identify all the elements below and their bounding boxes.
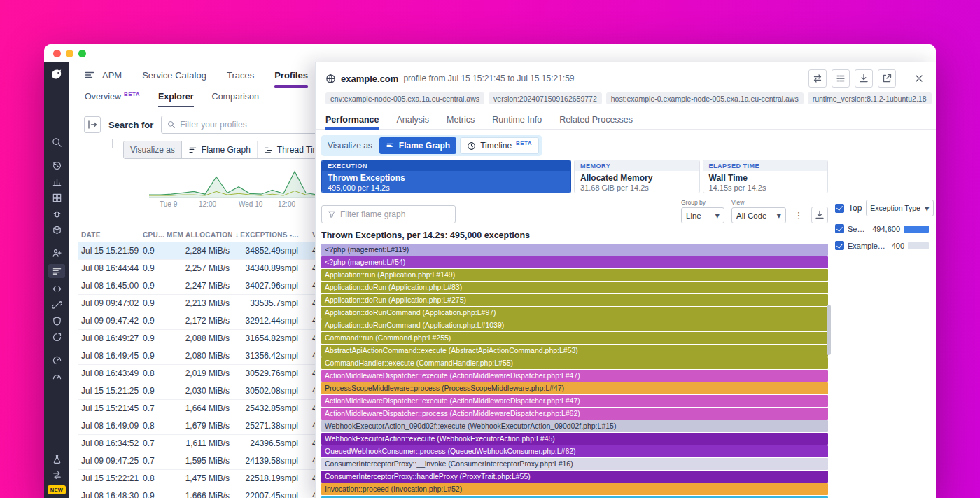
panel-tab-analysis[interactable]: Analysis — [396, 110, 429, 130]
panel-tab-performance[interactable]: Performance — [326, 110, 379, 130]
tag-pill[interactable]: env:example-node-005.exa.1a.eu-central.a… — [326, 92, 484, 104]
panel-actions — [808, 69, 926, 88]
column-header[interactable]: CPU... — [140, 231, 164, 239]
metric-card-elapsed-time[interactable]: ELAPSED TIME Wall Time 14.15s per 14.2s — [703, 160, 829, 193]
flame-frame[interactable]: ProcessScopeMiddleware::process (Process… — [321, 382, 828, 394]
column-header[interactable]: DATE — [78, 231, 140, 239]
flame-frame[interactable]: Application::doRunCommand (Application.p… — [321, 307, 828, 319]
flame-frame[interactable]: ConsumerInterceptorProxy::handleProxy (P… — [321, 471, 828, 483]
sidebar-item-security[interactable] — [48, 316, 65, 326]
close-window-button[interactable] — [53, 50, 61, 57]
visualize-option-flame-graph[interactable]: Flame Graph — [182, 141, 258, 158]
flame-frame[interactable]: Application::doRun (Application.php:L#83… — [321, 282, 828, 293]
panel-tab-related-processes[interactable]: Related Processes — [559, 110, 633, 130]
zoom-window-button[interactable] — [78, 50, 86, 57]
metric-card-memory[interactable]: MEMORY Allocated Memory 31.68 GiB per 14… — [574, 160, 700, 193]
topnav-item-traces[interactable]: Traces — [227, 62, 254, 88]
flame-frame[interactable]: <?php (magement:L#119) — [321, 244, 828, 256]
column-header[interactable]: ↓EXCEPTIONS -... — [232, 231, 301, 239]
flame-frame[interactable]: ActionMiddlewareDispatcher::execute (Act… — [321, 395, 828, 407]
cell: 2,284 MiB/s — [164, 246, 232, 256]
flame-frame[interactable]: Application::doRunCommand (Application.p… — [321, 319, 828, 331]
sidebar-item-profiles[interactable] — [48, 264, 65, 278]
tag-pill[interactable]: runtime_version:8.1.2-1ubuntu2.18 — [808, 92, 932, 104]
panel-tab-metrics[interactable]: Metrics — [447, 110, 475, 130]
tag-pill[interactable]: version:2024071509162659772 — [489, 92, 602, 104]
flame-frame[interactable]: Application::doRun (Application.php:L#27… — [321, 294, 828, 306]
sidebar-item-integrations[interactable] — [48, 300, 65, 310]
cell: 2,247 MiB/s — [164, 281, 232, 291]
tag-pill[interactable]: host:example-0.example-node-005.exa.1a.e… — [606, 92, 804, 104]
cell: 2,257 MiB/s — [164, 263, 232, 273]
flame-filter-input[interactable] — [321, 205, 456, 223]
sidebar-item-ci-cd[interactable] — [48, 332, 65, 343]
topnav-item-service-catalog[interactable]: Service Catalog — [142, 62, 206, 88]
breakdown-type-select[interactable]: Exception Type ▾ — [866, 200, 933, 216]
flame-frame[interactable]: QueuedWebhookConsumer::process (QueuedWe… — [321, 445, 828, 457]
scrollbar-thumb[interactable] — [827, 305, 831, 355]
view-select[interactable]: All Code ▾ — [732, 207, 786, 223]
flame-toolbar: Group by Line ▾ View All Code ▾ — [321, 199, 828, 223]
sidebar-item-infrastructure[interactable] — [48, 225, 65, 235]
sidebar-item-apm[interactable] — [48, 209, 65, 219]
sidebar-item-dashboards[interactable] — [48, 193, 65, 203]
flame-frame[interactable]: Command::run (Command.php:L#255) — [321, 332, 828, 344]
toggle-side-panel-button[interactable] — [84, 116, 101, 133]
cell: 30502.08smpl — [232, 386, 301, 396]
sidebar-item-search[interactable] — [48, 137, 65, 148]
close-panel-button[interactable] — [912, 71, 926, 85]
flame-frame[interactable]: Invocation::proceed (Invocation.php:L#52… — [321, 483, 828, 495]
panel-body: Visualize as Flame Graph Timeline BETA — [316, 130, 936, 498]
cell: 34852.49smpl — [232, 246, 301, 256]
apm-product-icon[interactable] — [84, 69, 95, 81]
flame-graph-button[interactable]: Flame Graph — [379, 137, 456, 154]
metric-card-execution[interactable]: EXECUTION Thrown Exceptions 495,000 per … — [321, 160, 571, 193]
beta-badge: BETA — [124, 91, 140, 97]
subtab-comparison[interactable]: Comparison — [212, 88, 259, 106]
flame-frame[interactable]: WebhookExecutorAction::execute (WebhookE… — [321, 433, 828, 445]
sidebar-item-data-streams[interactable] — [48, 470, 65, 480]
sidebar-item-rum[interactable] — [48, 371, 65, 382]
open-in-new-tab-button[interactable] — [878, 69, 896, 88]
flame-frame[interactable]: ActionMiddlewareDispatcher::execute (Act… — [321, 370, 828, 382]
flame-frame[interactable]: Application::run (Application.php:L#149) — [321, 269, 828, 281]
sidebar-item-code-analysis[interactable] — [48, 284, 65, 294]
sidebar-item-service-management[interactable] — [48, 248, 65, 258]
flame-frame[interactable]: WebhookExecutorAction_090d02f::execute (… — [321, 420, 828, 432]
profile-search-input[interactable] — [161, 116, 329, 134]
subtab-overview[interactable]: OverviewBETA — [85, 88, 140, 106]
cell: Jul 08 16:48:30 — [78, 491, 140, 498]
minimize-window-button[interactable] — [66, 50, 74, 57]
legend-item[interactable]: Sebasti...494,600 — [835, 224, 929, 233]
sidebar-item-watchdog[interactable] — [48, 160, 65, 171]
flame-filter-field[interactable] — [340, 209, 449, 219]
legend-item[interactable]: ExampleWa...400 — [835, 241, 929, 250]
flame-frame[interactable]: ConsumerInterceptorProxy::__invoke (Cons… — [321, 458, 828, 470]
cell: 1,611 MiB/s — [164, 438, 232, 448]
more-options-button[interactable]: ⋮ — [793, 207, 804, 223]
legend-checkbox[interactable] — [835, 224, 844, 233]
sidebar-item-labs[interactable] — [48, 454, 65, 464]
export-flame-graph-button[interactable] — [811, 207, 828, 223]
legend-checkbox[interactable] — [835, 241, 844, 250]
topnav-item-apm[interactable]: APM — [102, 62, 122, 88]
x-axis-label: Tue 9 — [160, 200, 177, 208]
subtab-explorer[interactable]: Explorer — [158, 88, 194, 106]
sidebar-item-monitoring[interactable] — [48, 355, 65, 366]
column-header[interactable]: MEM ALLOCATIONS — [164, 231, 232, 239]
flame-frame[interactable]: CommandHandler::execute (CommandHandler.… — [321, 357, 828, 369]
datadog-logo-icon[interactable] — [50, 67, 64, 84]
sidebar-item-metrics[interactable] — [48, 177, 65, 187]
download-profile-button[interactable] — [855, 69, 873, 88]
profile-search-field[interactable] — [180, 120, 323, 130]
flame-frame[interactable]: AbstractApiActionCommand::execute (Abstr… — [321, 345, 828, 357]
compare-profiles-button[interactable] — [808, 69, 827, 88]
flame-frame[interactable]: <?php (magement:L#54) — [321, 256, 828, 268]
panel-tab-runtime-info[interactable]: Runtime Info — [492, 110, 542, 130]
flame-frame[interactable]: ActionMiddlewareDispatcher::process (Act… — [321, 408, 828, 420]
view-list-button[interactable] — [832, 69, 850, 88]
topnav-item-profiles[interactable]: Profiles — [274, 62, 308, 88]
top-checkbox[interactable] — [835, 204, 844, 213]
timeline-button[interactable]: Timeline BETA — [460, 137, 539, 154]
group-by-select[interactable]: Line ▾ — [681, 207, 724, 223]
